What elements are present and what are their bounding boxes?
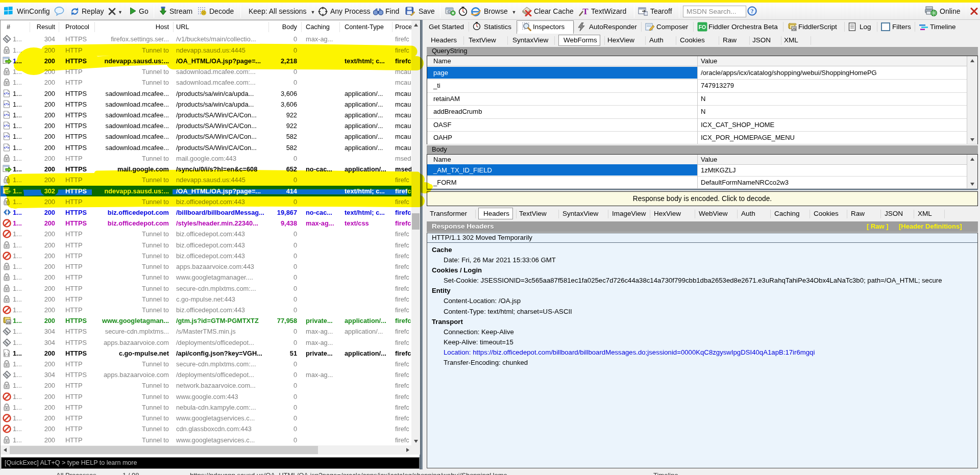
svg-text:{..}: {..} [4,351,9,356]
svg-text:FO: FO [699,24,706,30]
svg-text:<*>: <*> [4,92,10,95]
svg-text:<*>: <*> [4,135,10,138]
svg-text:<*>: <*> [4,103,10,106]
svg-text:?: ? [751,8,754,14]
svg-text:<*>: <*> [4,124,10,128]
svg-text:T: T [582,7,589,16]
svg-text:<*>: <*> [4,146,10,149]
svg-text:JS: JS [7,320,11,324]
svg-text:<*>: <*> [4,113,10,117]
svg-text:JS: JS [792,27,797,31]
